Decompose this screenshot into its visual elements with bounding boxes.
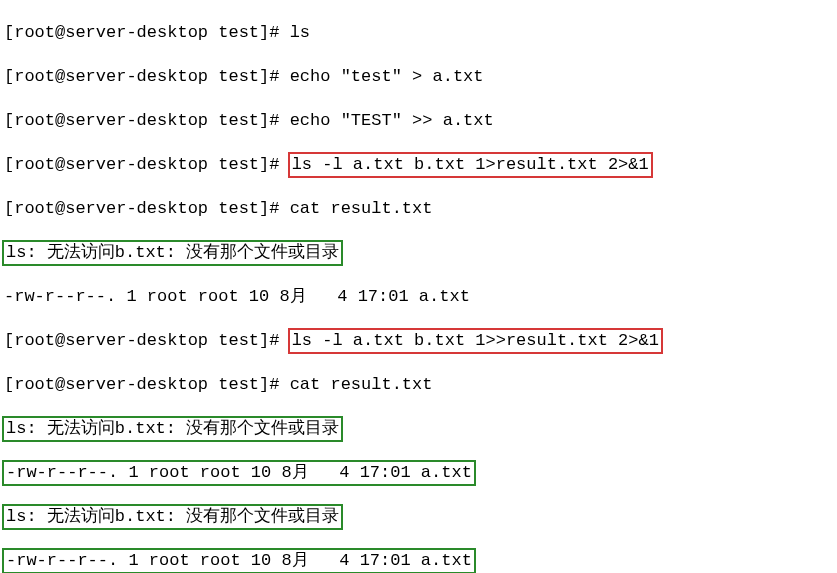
- prompt: [root@server-desktop test]#: [4, 155, 290, 174]
- command-text: cat result.txt: [290, 199, 433, 218]
- output-line: [root@server-desktop test]# echo "TEST" …: [4, 110, 833, 132]
- terminal[interactable]: [root@server-desktop test]# ls [root@ser…: [0, 0, 837, 573]
- output-line: [root@server-desktop test]# ls -l a.txt …: [4, 330, 833, 352]
- highlighted-output: -rw-r--r--. 1 root root 10 8月 4 17:01 a.…: [2, 548, 476, 573]
- prompt: [root@server-desktop test]#: [4, 23, 290, 42]
- output-line: ls: 无法访问b.txt: 没有那个文件或目录: [4, 506, 833, 528]
- output-line: -rw-r--r--. 1 root root 10 8月 4 17:01 a.…: [4, 550, 833, 572]
- output-line: [root@server-desktop test]# ls: [4, 22, 833, 44]
- prompt: [root@server-desktop test]#: [4, 199, 290, 218]
- highlighted-command: ls -l a.txt b.txt 1>result.txt 2>&1: [288, 152, 653, 178]
- prompt: [root@server-desktop test]#: [4, 375, 290, 394]
- prompt: [root@server-desktop test]#: [4, 331, 290, 350]
- command-text: echo "TEST" >> a.txt: [290, 111, 494, 130]
- command-text: ls: [290, 23, 310, 42]
- command-text: echo "test" > a.txt: [290, 67, 484, 86]
- output-line: [root@server-desktop test]# ls -l a.txt …: [4, 154, 833, 176]
- output-line: -rw-r--r--. 1 root root 10 8月 4 17:01 a.…: [4, 286, 833, 308]
- highlighted-output: ls: 无法访问b.txt: 没有那个文件或目录: [2, 416, 343, 442]
- highlighted-output: ls: 无法访问b.txt: 没有那个文件或目录: [2, 240, 343, 266]
- command-text: cat result.txt: [290, 375, 433, 394]
- highlighted-command: ls -l a.txt b.txt 1>>result.txt 2>&1: [288, 328, 663, 354]
- output-line: -rw-r--r--. 1 root root 10 8月 4 17:01 a.…: [4, 462, 833, 484]
- highlighted-output: ls: 无法访问b.txt: 没有那个文件或目录: [2, 504, 343, 530]
- prompt: [root@server-desktop test]#: [4, 111, 290, 130]
- output-line: [root@server-desktop test]# cat result.t…: [4, 198, 833, 220]
- output-line: ls: 无法访问b.txt: 没有那个文件或目录: [4, 242, 833, 264]
- highlighted-output: -rw-r--r--. 1 root root 10 8月 4 17:01 a.…: [2, 460, 476, 486]
- output-line: [root@server-desktop test]# echo "test" …: [4, 66, 833, 88]
- output-line: [root@server-desktop test]# cat result.t…: [4, 374, 833, 396]
- prompt: [root@server-desktop test]#: [4, 67, 290, 86]
- output-line: ls: 无法访问b.txt: 没有那个文件或目录: [4, 418, 833, 440]
- output-text: -rw-r--r--. 1 root root 10 8月 4 17:01 a.…: [4, 287, 470, 306]
